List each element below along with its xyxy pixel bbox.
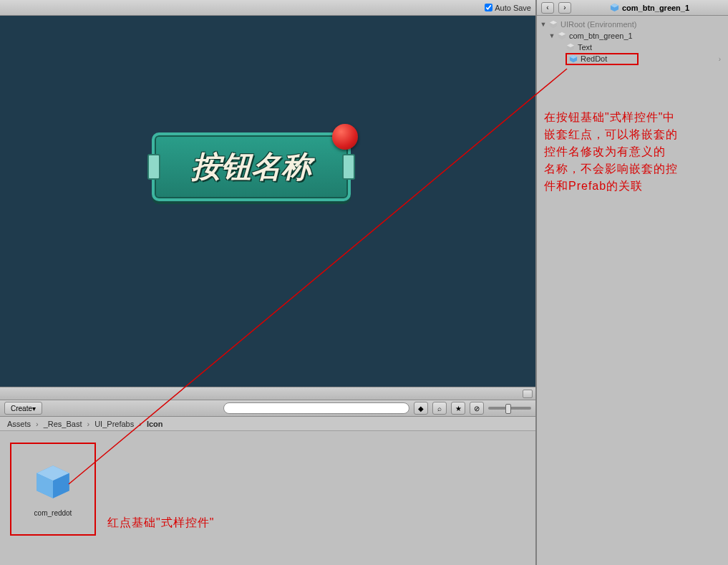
gameobject-icon bbox=[548, 20, 558, 29]
thumbnail-size-slider[interactable] bbox=[488, 407, 531, 410]
hidden-icon[interactable]: ⊘ bbox=[470, 402, 484, 415]
create-button[interactable]: Create ▾ bbox=[4, 402, 42, 415]
annotation-bottom: 红点基础"式样控件" bbox=[107, 516, 214, 531]
gameobject-icon bbox=[566, 43, 575, 52]
row-label: UIRoot (Environment) bbox=[559, 20, 638, 29]
expand-icon[interactable]: ▼ bbox=[540, 21, 547, 28]
scene-toolbar: Auto Save bbox=[0, 0, 535, 16]
hierarchy-row-btn[interactable]: ▼ com_btn_green_1 bbox=[540, 30, 725, 42]
crumb-res[interactable]: _Res_Bast bbox=[42, 420, 84, 428]
button-preview[interactable]: 按钮名称 bbox=[152, 132, 351, 201]
favorite-icon[interactable]: ★ bbox=[451, 402, 465, 415]
scene-footer-bar bbox=[0, 387, 535, 400]
gameobject-icon bbox=[557, 32, 566, 41]
crumb-assets[interactable]: Assets bbox=[6, 420, 32, 428]
prefab-header: com_btn_green_1 bbox=[610, 3, 689, 12]
auto-save-checkbox[interactable] bbox=[485, 4, 492, 11]
row-label: RedDot bbox=[579, 54, 608, 63]
chevron-right-icon[interactable]: › bbox=[719, 55, 721, 63]
red-dot-icon bbox=[332, 124, 358, 150]
hierarchy-toolbar: ‹ › com_btn_green_1 bbox=[537, 0, 728, 16]
prefab-cube-icon bbox=[33, 462, 73, 502]
asset-item-reddot[interactable]: com_reddot bbox=[10, 443, 96, 536]
project-area[interactable]: com_reddot 红点基础"式样控件" bbox=[0, 431, 535, 565]
asset-label: com_reddot bbox=[34, 509, 72, 517]
scene-footer-button[interactable] bbox=[523, 390, 533, 398]
nav-back-button[interactable]: ‹ bbox=[541, 2, 554, 14]
prefab-header-label: com_btn_green_1 bbox=[622, 4, 689, 12]
hierarchy-row-text[interactable]: Text bbox=[540, 42, 725, 53]
auto-save-toggle[interactable]: Auto Save bbox=[485, 4, 531, 12]
row-label: com_btn_green_1 bbox=[568, 32, 634, 40]
breadcrumb: Assets› _Res_Bast› UI_Prefabs› Icon bbox=[0, 417, 535, 431]
annotation-right: 在按钮基础"式样控件"中 嵌套红点，可以将嵌套的 控件名修改为有意义的 名称，不… bbox=[544, 109, 719, 195]
filter-scene-icon[interactable]: ◆ bbox=[414, 402, 428, 415]
project-search-input[interactable] bbox=[223, 402, 409, 414]
crumb-icon[interactable]: Icon bbox=[145, 420, 165, 428]
filter-type-icon[interactable]: ⌕ bbox=[432, 402, 447, 415]
button-label: 按钮名称 bbox=[152, 132, 351, 201]
auto-save-label: Auto Save bbox=[495, 4, 531, 12]
hierarchy-row-reddot[interactable]: RedDot › bbox=[540, 53, 725, 64]
scene-view[interactable]: 按钮名称 bbox=[0, 16, 535, 387]
project-toolbar: Create ▾ ◆ ⌕ ★ ⊘ bbox=[0, 400, 535, 417]
row-label: Text bbox=[576, 43, 593, 52]
hierarchy-row-root[interactable]: ▼ UIRoot (Environment) bbox=[540, 19, 725, 30]
hierarchy-panel[interactable]: ▼ UIRoot (Environment) ▼ com_btn_green_1… bbox=[537, 16, 728, 67]
prefab-icon bbox=[610, 3, 619, 12]
nav-forward-button[interactable]: › bbox=[558, 2, 571, 14]
prefab-icon bbox=[568, 54, 578, 64]
crumb-prefabs[interactable]: UI_Prefabs bbox=[93, 420, 135, 428]
expand-icon[interactable]: ▼ bbox=[548, 32, 555, 39]
